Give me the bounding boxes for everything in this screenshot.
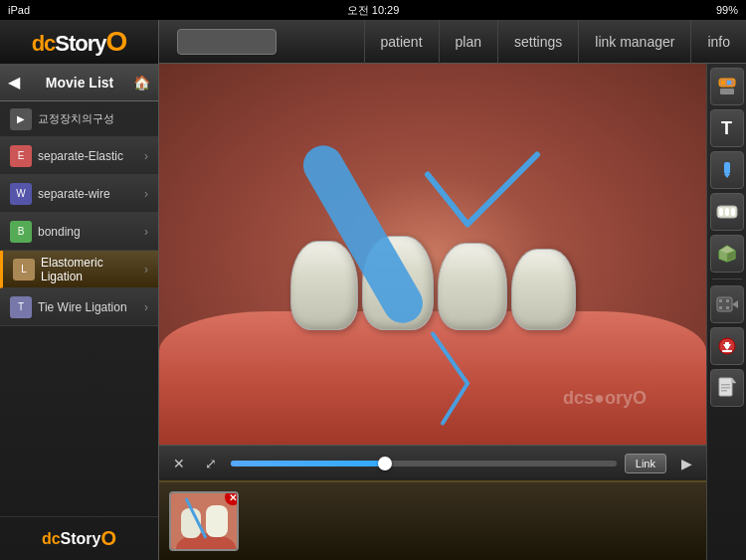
tooth-4 [511, 249, 576, 330]
nav-tab-patient[interactable]: patient [364, 20, 439, 64]
svg-rect-24 [726, 299, 729, 302]
sidebar-item-icon-4: L [13, 259, 35, 280]
main-content: ◀ Movie List 🏠 ▶ 교정장치의구성 E separate-Elas… [0, 64, 746, 560]
text-tool-button[interactable]: T [710, 109, 744, 147]
movie-tool-button[interactable] [710, 285, 744, 323]
sidebar-item-label-0: 교정장치의구성 [38, 111, 114, 126]
cube-tool-button[interactable] [710, 235, 744, 273]
svg-rect-34 [721, 387, 730, 389]
sidebar-item-icon-2: W [10, 183, 32, 205]
teeth-area [242, 120, 625, 330]
sidebar-arrow-4: › [144, 263, 148, 277]
sidebar-item-icon-1: E [10, 145, 32, 167]
svg-rect-25 [719, 306, 722, 309]
right-toolbar: T [706, 64, 746, 560]
nav-tab-plan[interactable]: plan [439, 20, 497, 64]
bottom-panel: ✕ [159, 480, 706, 560]
sidebar-bottom-logo: dcStoryO [0, 516, 158, 560]
paint-tool-button[interactable] [710, 68, 744, 105]
svg-rect-33 [721, 384, 730, 386]
sidebar-header: ◀ Movie List 🏠 [0, 64, 158, 101]
status-battery: 99% [716, 4, 738, 16]
nav-tab-link-manager[interactable]: link manager [578, 20, 690, 64]
logo-area: dcStoryO [0, 20, 159, 64]
sidebar-arrow-1: › [144, 149, 148, 163]
toolbar-separator [712, 279, 742, 280]
document-tool-button[interactable] [710, 369, 744, 407]
tooth-2 [362, 236, 434, 330]
sidebar-item-label-5: Tie Wire Ligation [38, 300, 144, 314]
marker-tool-button[interactable] [710, 151, 744, 189]
link-button[interactable]: Link [625, 454, 666, 473]
logo-dc: dc [32, 31, 56, 56]
status-device: iPad [8, 4, 30, 16]
sidebar-item-icon-5: T [10, 296, 32, 318]
svg-rect-35 [721, 390, 727, 392]
thumbnail-item-1[interactable]: ✕ [169, 491, 239, 551]
expand-button[interactable]: ⤢ [199, 452, 223, 475]
svg-rect-11 [720, 89, 734, 94]
video-watermark: dcs●oryO [563, 388, 647, 409]
sidebar-item-bonding[interactable]: B bonding › [0, 213, 158, 251]
svg-rect-12 [724, 162, 730, 174]
nav-tab-settings[interactable]: settings [497, 20, 578, 64]
progress-fill [231, 461, 385, 467]
svg-rect-16 [725, 208, 729, 216]
tooth-1 [290, 241, 358, 330]
app-header: dcStoryO patient plan settings link mana… [0, 20, 746, 64]
video-controls: ✕ ⤢ Link ▶ [159, 445, 706, 480]
nav-tab-info[interactable]: info [690, 20, 746, 64]
tooth-3 [438, 243, 507, 330]
sidebar-item-label-4: Elastomeric Ligation [41, 256, 144, 283]
svg-rect-23 [719, 299, 722, 302]
svg-rect-9 [721, 81, 725, 85]
sidebar-item-separate-wire[interactable]: W separate-wire › [0, 175, 158, 213]
nav-tabs: patient plan settings link manager info [364, 20, 747, 64]
progress-thumb[interactable] [378, 457, 392, 470]
home-icon[interactable]: 🏠 [133, 75, 150, 91]
status-time: 오전 10:29 [347, 3, 400, 18]
status-bar: iPad 오전 10:29 99% [0, 0, 746, 20]
svg-marker-22 [732, 300, 738, 308]
svg-rect-29 [725, 342, 729, 348]
svg-rect-17 [731, 208, 735, 216]
sidebar-item-label-2: separate-wire [38, 187, 144, 201]
gum-area [159, 311, 706, 445]
sidebar-item-icon-0: ▶ [10, 108, 32, 130]
sidebar-item-label-1: separate-Elastic [38, 149, 144, 163]
back-arrow-icon[interactable]: ◀ [8, 73, 20, 92]
sidebar-arrow-2: › [144, 187, 148, 201]
teeth-tool-button[interactable] [710, 193, 744, 231]
sidebar: ◀ Movie List 🏠 ▶ 교정장치의구성 E separate-Elas… [0, 64, 159, 560]
svg-rect-15 [719, 208, 723, 216]
logo: dcStoryO [32, 26, 127, 58]
video-area: dcs●oryO ✕ ⤢ Link ▶ [159, 64, 706, 560]
sidebar-item-tie-wire-ligation[interactable]: T Tie Wire Ligation › [0, 288, 158, 326]
svg-marker-13 [724, 174, 730, 178]
sidebar-arrow-3: › [144, 225, 148, 239]
sidebar-item-icon-3: B [10, 221, 32, 243]
svg-rect-30 [722, 350, 732, 352]
progress-bar[interactable] [231, 461, 617, 467]
logo-o: O [106, 26, 127, 57]
play-button[interactable]: ▶ [674, 452, 698, 475]
thumbnail-close-button[interactable]: ✕ [225, 491, 239, 505]
sidebar-item-label-3: bonding [38, 225, 144, 239]
video-container[interactable]: dcs●oryO [159, 64, 706, 445]
sidebar-item-elastomeric-ligation[interactable]: L Elastomeric Ligation › [0, 251, 158, 288]
download-tool-button[interactable] [710, 327, 744, 365]
svg-marker-32 [732, 378, 736, 383]
sidebar-item-separate-elastic[interactable]: E separate-Elastic › [0, 137, 158, 175]
sidebar-arrow-5: › [144, 300, 148, 314]
svg-rect-10 [727, 81, 731, 85]
search-box[interactable] [177, 29, 277, 55]
close-button[interactable]: ✕ [167, 452, 191, 475]
sidebar-title: Movie List [26, 75, 133, 91]
svg-rect-6 [206, 505, 228, 537]
logo-story: Story [55, 31, 105, 56]
sidebar-item-korean[interactable]: ▶ 교정장치의구성 [0, 101, 158, 137]
svg-rect-26 [726, 306, 729, 309]
